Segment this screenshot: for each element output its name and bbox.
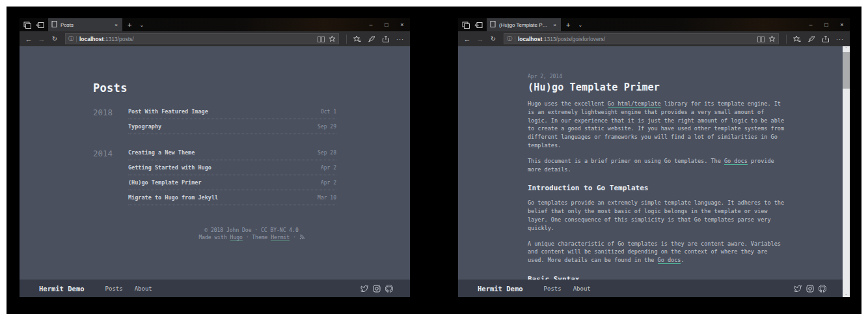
url-host: localhost xyxy=(518,36,542,42)
post-link[interactable]: Migrate to Hugo from Jekyll xyxy=(128,194,218,201)
address-bar[interactable]: ⓘ localhost:1313/posts/goisforlovers/ xyxy=(504,33,779,44)
set-tabs-aside-icon[interactable] xyxy=(474,22,483,29)
scrollbar-track[interactable] xyxy=(843,52,850,291)
go-html-template-link[interactable]: Go html/template xyxy=(608,100,661,108)
twitter-icon[interactable] xyxy=(794,285,802,293)
set-tabs-aside-icon[interactable] xyxy=(36,22,44,29)
scrollbar-thumb[interactable] xyxy=(843,52,850,89)
maximize-button[interactable]: □ xyxy=(379,18,394,31)
tabs-aside-list-icon[interactable] xyxy=(462,22,470,29)
tab-close-icon[interactable]: × xyxy=(113,22,119,28)
web-notes-feather-icon[interactable] xyxy=(806,35,817,43)
scroll-up-icon[interactable]: ⌃ xyxy=(845,46,848,52)
article-date: Apr 2, 2014 xyxy=(528,74,785,80)
post-date: Oct 1 xyxy=(321,109,336,115)
url-text[interactable]: localhost:1313/posts/ xyxy=(79,36,315,42)
tab-close-icon[interactable]: × xyxy=(552,22,558,28)
close-button[interactable]: × xyxy=(394,18,410,31)
text-segment: This document is a brief primer on using… xyxy=(528,158,724,164)
scrollbar[interactable]: ⌃ ⌄ xyxy=(843,46,850,297)
share-icon[interactable] xyxy=(380,35,392,43)
site-brand[interactable]: Hermit Demo xyxy=(39,285,85,293)
tabs-aside-list-icon[interactable] xyxy=(23,22,31,29)
titlebar-drag-area xyxy=(585,18,803,31)
share-icon[interactable] xyxy=(820,35,832,43)
github-icon[interactable] xyxy=(385,285,393,293)
nav-link-posts[interactable]: Posts xyxy=(544,285,562,292)
post-group-2018: 2018 Post With Featured Image Oct 1 Typo… xyxy=(93,104,336,134)
forward-button[interactable]: → xyxy=(475,35,485,43)
site-brand[interactable]: Hermit Demo xyxy=(478,285,523,293)
new-tab-button[interactable]: + xyxy=(122,18,137,31)
nav-link-posts[interactable]: Posts xyxy=(105,285,123,292)
settings-more-icon[interactable]: ··· xyxy=(394,36,406,42)
forward-button[interactable]: → xyxy=(36,35,47,43)
post-date: Mar 10 xyxy=(318,195,336,201)
scroll-down-icon[interactable]: ⌄ xyxy=(845,291,848,297)
hugo-link[interactable]: Hugo xyxy=(230,235,243,241)
new-tab-button[interactable]: + xyxy=(561,18,575,31)
close-button[interactable]: × xyxy=(834,18,850,31)
post-link[interactable]: (Hu)go Template Primer xyxy=(128,179,202,186)
favorite-star-icon[interactable] xyxy=(329,33,336,45)
settings-more-icon[interactable]: ··· xyxy=(834,36,846,42)
hub-favorites-icon[interactable] xyxy=(351,35,363,43)
post-row[interactable]: Creating a New Theme Sep 28 xyxy=(128,145,336,160)
refresh-button[interactable]: ↻ xyxy=(49,35,60,42)
browser-tab[interactable]: Posts × xyxy=(48,18,122,31)
post-link[interactable]: Post With Featured Image xyxy=(128,108,208,115)
web-notes-feather-icon[interactable] xyxy=(366,35,377,43)
site-info-icon[interactable]: ⓘ xyxy=(507,35,512,42)
minimize-button[interactable]: – xyxy=(803,18,819,31)
maximize-button[interactable]: □ xyxy=(819,18,834,31)
titlebar-drag-area xyxy=(146,18,363,31)
page-favicon xyxy=(51,21,57,29)
address-bar[interactable]: ⓘ localhost:1313/posts/ xyxy=(65,33,339,44)
post-row[interactable]: Post With Featured Image Oct 1 xyxy=(128,104,336,119)
posts-page: Posts 2018 Post With Featured Image Oct … xyxy=(20,46,410,280)
nav-link-about[interactable]: About xyxy=(135,285,152,292)
tab-bar: Posts × + ⌄ – □ × xyxy=(20,18,410,31)
twitter-icon[interactable] xyxy=(360,285,368,293)
tab-preview-chevron-icon[interactable]: ⌄ xyxy=(137,18,146,31)
url-text[interactable]: localhost:1313/posts/goisforlovers/ xyxy=(518,36,755,42)
article-paragraph: This document is a brief primer on using… xyxy=(528,157,785,174)
text-segment: A unique characteristic of Go templates … xyxy=(528,240,781,264)
back-button[interactable]: ← xyxy=(462,35,472,43)
instagram-icon[interactable] xyxy=(806,285,814,293)
rss-icon[interactable] xyxy=(299,235,305,242)
hub-favorites-icon[interactable] xyxy=(791,35,803,43)
tab-title: Posts xyxy=(61,22,110,28)
instagram-icon[interactable] xyxy=(373,285,381,293)
madewith-pre: Made with xyxy=(198,235,230,240)
post-link[interactable]: Creating a New Theme xyxy=(128,149,195,156)
urlbar-trailing-icons xyxy=(318,33,336,45)
go-docs-link[interactable]: Go docs xyxy=(658,257,681,264)
post-row[interactable]: Getting Started with Hugo Apr 2 xyxy=(128,160,336,175)
browser-toolbar: ← → ↻ ⓘ localhost:1313/posts/goisforlove… xyxy=(458,31,850,46)
hermit-link[interactable]: Hermit xyxy=(271,235,290,241)
post-row[interactable]: Typography Sep 29 xyxy=(128,119,336,134)
reading-view-icon[interactable] xyxy=(757,33,765,45)
url-host: localhost xyxy=(79,36,103,42)
reading-view-icon[interactable] xyxy=(318,33,325,45)
post-row[interactable]: (Hu)go Template Primer Apr 2 xyxy=(128,175,336,190)
post-row[interactable]: Migrate to Hugo from Jekyll Mar 10 xyxy=(128,190,336,205)
refresh-button[interactable]: ↻ xyxy=(488,35,498,42)
site-info-icon[interactable]: ⓘ xyxy=(68,35,74,42)
github-icon[interactable] xyxy=(819,285,826,293)
page-title: Posts xyxy=(93,81,336,94)
tab-preview-chevron-icon[interactable]: ⌄ xyxy=(575,18,585,31)
back-button[interactable]: ← xyxy=(23,35,34,43)
minimize-button[interactable]: – xyxy=(363,18,379,31)
post-link[interactable]: Getting Started with Hugo xyxy=(128,164,211,171)
social-icons xyxy=(360,285,393,293)
post-link[interactable]: Typography xyxy=(128,123,161,130)
group-year: 2018 xyxy=(93,104,128,134)
browser-window-posts: Posts × + ⌄ – □ × ← → ↻ ⓘ localhost:1313… xyxy=(20,18,410,297)
go-docs-link[interactable]: Go docs xyxy=(724,158,748,165)
post-date: Apr 2 xyxy=(321,165,336,171)
nav-link-about[interactable]: About xyxy=(573,285,591,292)
favorite-star-icon[interactable] xyxy=(768,33,776,45)
browser-tab[interactable]: (Hu)go Template Primer × xyxy=(487,18,561,31)
